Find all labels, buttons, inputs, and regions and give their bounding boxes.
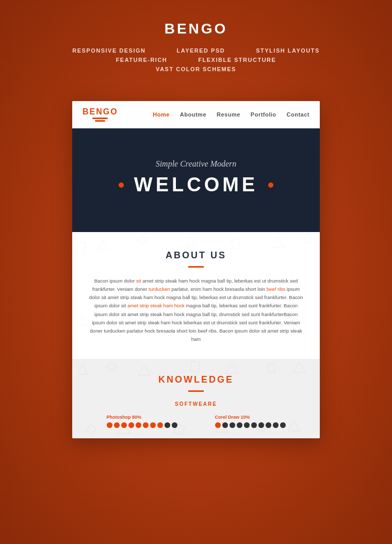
highlight-1: sit — [136, 278, 141, 284]
dot-8 — [157, 422, 163, 428]
nav-link-contact[interactable]: Contact — [287, 111, 309, 118]
dot-4 — [128, 422, 134, 428]
skill-coreldraw-name: Corel Draw — [215, 415, 241, 420]
feature-stylish: STYLISH LAYOUTS — [256, 47, 320, 54]
cdot-9 — [273, 422, 279, 428]
nav-logo: BENGO — [83, 107, 118, 122]
svg-rect-18 — [267, 364, 275, 373]
feature-layered: LAYERED PSD — [176, 47, 225, 54]
svg-marker-17 — [226, 363, 238, 373]
highlight-2: turducken — [149, 286, 170, 292]
svg-marker-15 — [138, 365, 151, 375]
cdot-8 — [266, 422, 271, 428]
hero-dot-right — [268, 183, 273, 188]
features-row-3: VAST COLOR SCHEMES — [31, 66, 361, 72]
cdot-10 — [280, 422, 286, 428]
dot-1 — [107, 422, 112, 428]
feature-rich: FEATURE-RICH — [116, 57, 168, 63]
hero-dot-left — [119, 183, 124, 188]
skill-photoshop-label: Photoshop 80% — [107, 415, 142, 420]
logo-line-bottom — [95, 120, 105, 122]
about-section: ABOUT US Bacon ipsum dolor sit amet stri… — [72, 232, 320, 359]
svg-rect-0 — [76, 242, 86, 253]
about-body: Bacon ipsum dolor sit amet strip steak h… — [88, 277, 304, 343]
skill-photoshop-percent: 80% — [132, 415, 141, 420]
knowledge-title-underline — [188, 390, 204, 392]
main-title: BENGO — [31, 21, 361, 37]
svg-marker-1 — [98, 240, 108, 250]
nav-logo-lines — [92, 118, 108, 122]
nav-link-portfolio[interactable]: Portfolio — [251, 111, 276, 118]
knowledge-title: KNOWLEDGE — [88, 374, 304, 385]
skill-coreldraw: Corel Draw 10% — [215, 415, 286, 428]
nav-bar: BENGO Home Aboutme Resume Portfolio Cont… — [72, 101, 320, 128]
skill-coreldraw-label: Corel Draw 10% — [215, 415, 250, 420]
nav-link-home[interactable]: Home — [153, 111, 170, 118]
svg-rect-6 — [303, 234, 312, 243]
cdot-5 — [244, 422, 250, 428]
dot-2 — [114, 422, 120, 428]
dot-9 — [165, 422, 170, 428]
nav-logo-text: BENGO — [83, 107, 118, 117]
hero-subtitle: Simple Creative Modern — [93, 159, 299, 169]
svg-rect-16 — [190, 361, 200, 372]
nav-link-resume[interactable]: Resume — [217, 111, 240, 118]
feature-color: VAST COLOR SCHEMES — [156, 66, 236, 72]
features-row-1: RESPONSIVE DESIGN LAYERED PSD STYLISH LA… — [31, 47, 361, 54]
dot-3 — [121, 422, 127, 428]
dot-5 — [136, 422, 141, 428]
skill-photoshop: Photoshop 80% — [107, 415, 177, 428]
svg-marker-7 — [77, 315, 88, 325]
about-title-underline — [188, 266, 204, 268]
dot-6 — [143, 422, 149, 428]
highlight-4: amet strip steak ham hock — [127, 303, 185, 308]
cdot-6 — [251, 422, 257, 428]
nav-link-aboutme[interactable]: Aboutme — [180, 111, 206, 118]
preview-card: BENGO Home Aboutme Resume Portfolio Cont… — [72, 101, 320, 438]
dot-10 — [172, 422, 177, 428]
svg-marker-19 — [293, 362, 305, 372]
highlight-3: beef ribs — [267, 286, 285, 292]
skill-photoshop-name: Photoshop — [107, 415, 133, 420]
feature-flexible: FLEXIBLE STRUCTURE — [198, 57, 276, 63]
skill-coreldraw-percent: 10% — [241, 415, 250, 420]
cdot-7 — [258, 422, 264, 428]
svg-rect-4 — [231, 239, 240, 250]
nav-links: Home Aboutme Resume Portfolio Contact — [153, 111, 309, 118]
cdot-1 — [215, 422, 221, 428]
svg-rect-14 — [107, 361, 117, 372]
cdot-4 — [237, 422, 242, 428]
hero-title: WELCOME — [134, 174, 258, 196]
svg-marker-3 — [186, 236, 196, 246]
skills-row: Photoshop 80% Corel Dr — [88, 415, 304, 428]
svg-marker-5 — [272, 237, 285, 248]
svg-marker-13 — [77, 364, 88, 374]
knowledge-section: KNOWLEDGE SOFTWEARE Photoshop 80% — [72, 359, 320, 438]
logo-line-top — [92, 118, 108, 119]
skill-coreldraw-dots — [215, 422, 286, 428]
software-label: SOFTWEARE — [88, 401, 304, 407]
dot-7 — [150, 422, 156, 428]
svg-rect-2 — [138, 236, 147, 245]
cdot-3 — [230, 422, 235, 428]
cdot-2 — [222, 422, 228, 428]
hero-title-row: WELCOME — [93, 174, 299, 196]
feature-responsive: RESPONSIVE DESIGN — [72, 47, 145, 54]
top-section: BENGO RESPONSIVE DESIGN LAYERED PSD STYL… — [0, 0, 392, 91]
skill-photoshop-dots — [107, 422, 177, 428]
hero-section: Simple Creative Modern WELCOME — [72, 128, 320, 232]
about-title: ABOUT US — [88, 250, 304, 261]
features-row-2: FEATURE-RICH FLEXIBLE STRUCTURE — [31, 57, 361, 63]
